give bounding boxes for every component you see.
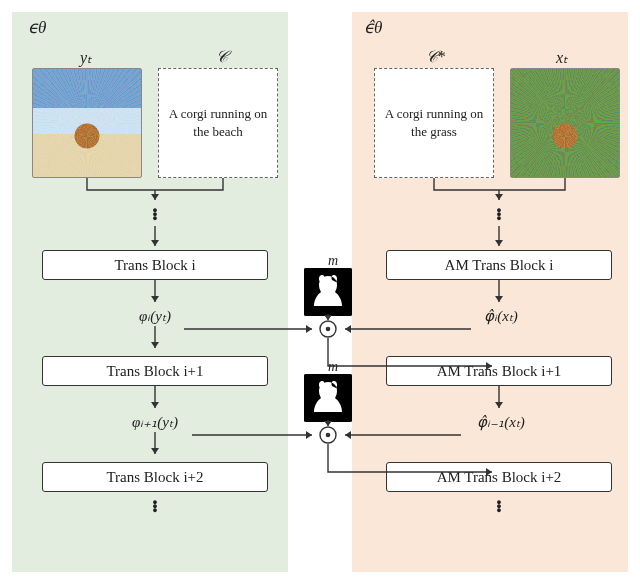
left-block-i1: Trans Block i+1 bbox=[42, 356, 268, 386]
mask-label-1: m bbox=[328, 253, 338, 269]
vdots-left-top: ●●● bbox=[150, 208, 160, 220]
svg-point-16 bbox=[326, 433, 331, 438]
arrow-right-b2-phi2 bbox=[493, 386, 505, 414]
left-model-label: ϵθ bbox=[28, 17, 46, 38]
diagram-root: ϵθ ϵ̂θ yₜ 𝒞 A corgi running on the beach… bbox=[0, 0, 640, 585]
arrow-op1-to-right-b2 bbox=[322, 338, 500, 374]
arrow-left-phi1-b2 bbox=[149, 326, 161, 354]
merge-bracket-right bbox=[374, 178, 620, 208]
arrow-mask2-down bbox=[322, 422, 334, 430]
y-image bbox=[32, 68, 142, 178]
vdots-right-top: ●●● bbox=[494, 208, 504, 220]
phi-left-1: φᵢ(yₜ) bbox=[128, 307, 182, 325]
vdots-right-bottom: ●●● bbox=[494, 500, 504, 512]
mask-2 bbox=[304, 374, 352, 422]
merge-bracket-left bbox=[32, 178, 278, 208]
x-image bbox=[510, 68, 620, 178]
y-label: yₜ bbox=[80, 48, 92, 67]
phi-right-1: φ̂ᵢ(xₜ) bbox=[472, 307, 530, 325]
arrow-phi-right-to-op1 bbox=[337, 323, 473, 335]
phi-left-2: φᵢ₊₁(yₜ) bbox=[120, 413, 190, 431]
arrow-mask1-down bbox=[322, 316, 334, 324]
c-label-right: 𝒞* bbox=[425, 48, 445, 66]
arrow-right-b1-phi1 bbox=[493, 280, 505, 308]
phi-right-2: φ̂ᵢ₋₁(xₜ) bbox=[462, 413, 540, 431]
left-block-i: Trans Block i bbox=[42, 250, 268, 280]
mask-label-2: m bbox=[328, 359, 338, 375]
arrow-phi-left-to-op2 bbox=[192, 429, 320, 441]
left-block-i2: Trans Block i+2 bbox=[42, 462, 268, 492]
vdots-left-bottom: ●●● bbox=[150, 500, 160, 512]
noise-overlay-left bbox=[33, 69, 141, 177]
c-label-left: 𝒞 bbox=[215, 48, 227, 66]
prompt-right: A corgi running on the grass bbox=[374, 68, 494, 178]
arrow-left-phi2-b3 bbox=[149, 432, 161, 460]
right-model-label: ϵ̂θ bbox=[364, 17, 382, 38]
arrow-left-b1-phi1 bbox=[149, 280, 161, 308]
prompt-left: A corgi running on the beach bbox=[158, 68, 278, 178]
mask-1 bbox=[304, 268, 352, 316]
right-block-i: AM Trans Block i bbox=[386, 250, 612, 280]
svg-point-10 bbox=[326, 327, 331, 332]
arrow-op2-to-right-b3 bbox=[322, 444, 500, 480]
arrow-phi-right-to-op2 bbox=[337, 429, 463, 441]
arrow-right-into-b1 bbox=[493, 226, 505, 252]
arrow-left-b2-phi2 bbox=[149, 386, 161, 414]
noise-overlay-right bbox=[511, 69, 619, 177]
x-label: xₜ bbox=[556, 48, 568, 67]
arrow-phi-left-to-op1 bbox=[184, 323, 320, 335]
arrow-left-into-b1 bbox=[149, 226, 161, 252]
